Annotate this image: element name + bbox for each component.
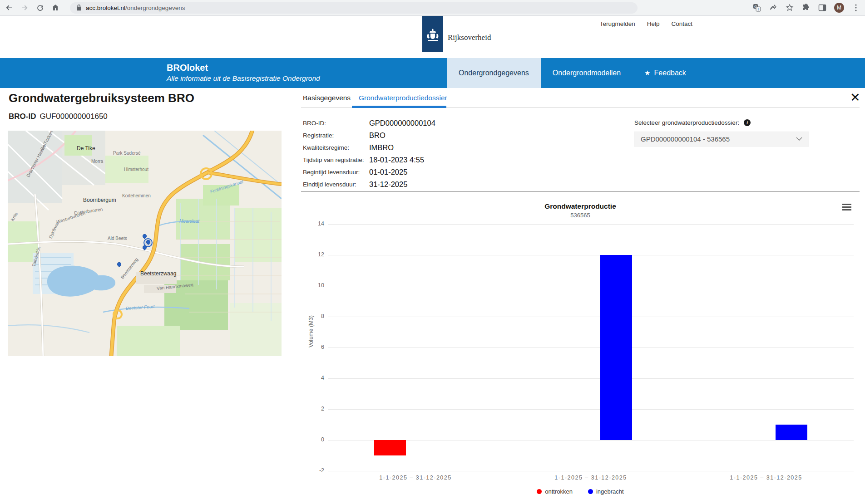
reload-icon[interactable] — [35, 3, 44, 12]
chevron-down-icon — [796, 136, 802, 142]
nav-item-label: Ondergrondmodellen — [553, 69, 621, 77]
bro-id-value: GUF000000001650 — [40, 112, 107, 121]
site-header: Rijksoverheid TerugmeldenHelpContact — [0, 16, 865, 58]
field-value: 31-12-2025 — [369, 180, 407, 189]
dossier-select-label: Selecteer grondwaterproductiedossier: i — [634, 119, 751, 126]
nav-item-ondergrondmodellen[interactable]: Ondergrondmodellen — [541, 58, 633, 88]
chart-y-tick: 14 — [309, 220, 324, 227]
chart-x-tick: 1-1-2025 – 31-12-2025 — [532, 475, 650, 481]
bookmark-star-icon[interactable] — [785, 3, 794, 12]
field-row: Eindtijd levensduur:31-12-2025 — [303, 178, 435, 191]
map-label: Himsterhout — [124, 167, 148, 172]
field-label: BRO-ID: — [303, 120, 369, 127]
chart-x-tick: 1-1-2025 – 31-12-2025 — [356, 475, 475, 481]
field-value: 01-01-2025 — [369, 168, 407, 176]
map-label: Mearsleat — [179, 219, 199, 224]
legend-dot — [588, 489, 593, 494]
nav-item-feedback[interactable]: ★Feedback — [633, 58, 698, 88]
url-text: acc.broloket.nl/ondergrondgegevens — [86, 5, 185, 11]
detail-fields: BRO-ID:GPD000000000104Registratie:BROKwa… — [303, 117, 435, 191]
nav-item-label: Ondergrondgegevens — [459, 69, 529, 77]
chart-gridline — [328, 378, 854, 379]
chart-bar-onttrokken[interactable] — [374, 440, 406, 455]
legend-label: onttrokken — [545, 488, 573, 495]
chart-plot-area: 1-1-2025 – 31-12-20251-1-2025 – 31-12-20… — [328, 224, 854, 471]
header-link-terugmelden[interactable]: Terugmelden — [600, 20, 635, 27]
chart-bar-ingebracht[interactable] — [776, 425, 807, 440]
dossier-select[interactable]: GPD000000000104 - 536565 — [634, 132, 809, 147]
map-label: Ald Beets — [108, 236, 127, 241]
active-tab-underline — [352, 106, 446, 108]
browser-toolbar: acc.broloket.nl/ondergrondgegevens Gt M — [0, 0, 865, 16]
field-row: Registratie:BRO — [303, 129, 435, 142]
legend-label: ingebracht — [596, 488, 624, 495]
info-icon[interactable]: i — [744, 119, 751, 126]
address-bar[interactable]: acc.broloket.nl/ondergrondgegevens — [70, 2, 638, 14]
map-label: Park Sudersé — [113, 151, 141, 156]
brand-name: BROloket — [167, 63, 320, 73]
field-value: BRO — [369, 131, 386, 140]
field-label: Registratie: — [303, 132, 369, 139]
chart-y-axis-label: Volume (M3) — [308, 315, 314, 347]
back-icon[interactable] — [5, 3, 14, 12]
menu-kebab-icon[interactable] — [851, 3, 860, 12]
chart-gridline — [328, 286, 854, 286]
chart-gridline — [328, 224, 854, 225]
header-link-help[interactable]: Help — [647, 20, 660, 27]
close-icon[interactable]: ✕ — [850, 92, 860, 104]
chart-x-tick: 1-1-2025 – 31-12-2025 — [707, 475, 825, 481]
field-value: IMBRO — [369, 143, 394, 152]
star-icon: ★ — [644, 69, 650, 77]
field-row: Begintijd levensduur:01-01-2025 — [303, 166, 435, 178]
header-link-contact[interactable]: Contact — [671, 20, 692, 27]
legend-dot — [537, 489, 542, 494]
chart-menu-icon[interactable] — [842, 204, 851, 212]
header-links: TerugmeldenHelpContact — [600, 20, 692, 27]
side-panel-icon[interactable] — [818, 3, 827, 12]
tab-basisgegevens[interactable]: Basisgegevens — [303, 94, 351, 102]
map-label: Boornbergum — [83, 197, 116, 203]
brand-block[interactable]: BROloket Alle informatie uit de Basisreg… — [167, 63, 320, 83]
rijksoverheid-logo-icon — [422, 16, 443, 52]
field-label: Tijdstip van registratie: — [303, 157, 369, 163]
chart-gridline — [328, 409, 854, 410]
chart-bar-ingebracht[interactable] — [600, 255, 632, 440]
chart-y-tick: 10 — [309, 282, 324, 289]
section-divider — [301, 191, 860, 192]
nav-menu: OndergrondgegevensOndergrondmodellen★Fee… — [447, 58, 698, 88]
chart-y-tick: 8 — [309, 313, 324, 319]
extensions-icon[interactable] — [801, 3, 811, 12]
chart-y-tick: 12 — [309, 251, 324, 258]
chart-y-tick: 0 — [309, 436, 324, 443]
share-icon[interactable] — [769, 3, 778, 12]
legend-item-onttrokken[interactable]: onttrokken — [537, 488, 573, 495]
brand-tagline: Alle informatie uit de Basisregistratie … — [167, 74, 320, 83]
tab-grondwaterproductiedossier[interactable]: Grondwaterproductiedossier — [359, 94, 447, 102]
field-value: 18-01-2023 4:55 — [369, 156, 424, 164]
map-label: Morra — [91, 159, 103, 164]
lock-icon — [76, 5, 82, 11]
field-label: Eindtijd levensduur: — [303, 181, 369, 188]
translate-icon[interactable]: Gt — [752, 3, 761, 12]
logo-wordmark: Rijksoverheid — [448, 33, 491, 42]
legend-item-ingebracht[interactable]: ingebracht — [588, 488, 624, 495]
home-icon[interactable] — [51, 3, 60, 12]
chart-gridline — [328, 440, 854, 440]
map-label: De Tike — [77, 145, 95, 152]
field-row: Tijdstip van registratie:18-01-2023 4:55 — [303, 154, 435, 166]
chart-gridline — [328, 347, 854, 348]
nav-item-ondergrondgegevens[interactable]: Ondergrondgegevens — [447, 58, 541, 88]
dossier-select-value: GPD000000000104 - 536565 — [641, 135, 730, 143]
chart-gridline — [328, 471, 854, 471]
chart-y-tick: 2 — [309, 406, 324, 412]
profile-avatar[interactable]: M — [834, 3, 844, 13]
location-map[interactable]: Drachtster HeaweiDe TriskenDe TikePark S… — [8, 131, 282, 356]
field-label: Kwaliteitsregime: — [303, 144, 369, 151]
forward-icon[interactable] — [20, 3, 29, 12]
chart-gridline — [328, 317, 854, 317]
page-title: Grondwatergebruiksysteem BRO — [9, 91, 194, 105]
map-label: Beetsterzwaag — [140, 270, 176, 277]
field-value: GPD000000000104 — [369, 119, 435, 127]
field-row: Kwaliteitsregime:IMBRO — [303, 142, 435, 154]
field-row: BRO-ID:GPD000000000104 — [303, 117, 435, 129]
